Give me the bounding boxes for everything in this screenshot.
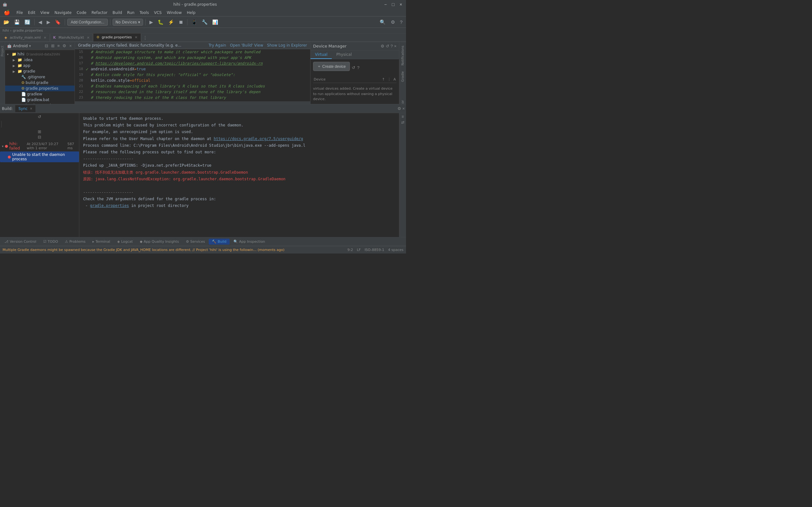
terminal-tab[interactable]: ▸ Terminal (89, 239, 113, 245)
menu-tools[interactable]: Tools (137, 10, 152, 15)
try-again-link[interactable]: Try Again (208, 43, 226, 48)
avd-btn[interactable]: 📱 (190, 18, 199, 26)
gradle-tab[interactable]: Gradle (400, 69, 405, 84)
add-configuration-button[interactable]: Add Configuration... (67, 19, 108, 26)
tab-mainactivity-kt[interactable]: K MainActivity.kt × (50, 34, 93, 41)
menu-run[interactable]: Run (125, 10, 137, 15)
expand-all-btn[interactable]: ⊞ (1, 129, 78, 134)
gradle-properties-link[interactable]: gradle.properties (90, 204, 129, 208)
menu-vcs[interactable]: VCS (151, 10, 164, 15)
close-panel-btn[interactable]: × (394, 44, 397, 49)
tab-gradle-properties[interactable]: ⚙ gradle.properties × (93, 34, 141, 42)
stop-btn[interactable]: ⏹ (177, 18, 185, 26)
show-log-link[interactable]: Show Log in Explorer (267, 43, 307, 48)
device-help-btn[interactable]: ? (357, 65, 359, 70)
menu-refactor[interactable]: Refactor (89, 10, 110, 15)
build-tab[interactable]: 🔨 Build (209, 239, 230, 245)
tree-root-hihi[interactable]: ▾ 📁 hihi D:\android-data2\hihi (5, 51, 74, 57)
charset[interactable]: ISO-8859-1 (364, 248, 384, 252)
filter-icon[interactable]: ⋮ (387, 77, 391, 81)
save-btn[interactable]: 💾 (12, 18, 21, 26)
menu-build[interactable]: Build (110, 10, 125, 15)
run-btn[interactable]: ▶ (148, 18, 155, 26)
help-device-btn[interactable]: ? (391, 44, 393, 49)
todo-tab[interactable]: ☑ TODO (40, 239, 61, 245)
app-quality-insights-tab[interactable]: ◆ App Quality Insights (137, 239, 182, 245)
profiler-btn[interactable]: 📊 (211, 18, 220, 26)
sync-tab[interactable]: Sync × (15, 105, 36, 112)
restart-build-btn[interactable]: ↺ (1, 114, 78, 119)
minimize-button[interactable]: − (383, 2, 388, 7)
services-tab[interactable]: ⚙ Services (183, 239, 208, 245)
tree-gradle-properties[interactable]: ⚙ gradle.properties (5, 86, 74, 91)
menu-view[interactable]: View (38, 10, 52, 15)
menu-edit[interactable]: Edit (26, 10, 38, 15)
more-icon[interactable]: A (393, 77, 396, 81)
breadcrumb-project[interactable]: hihi (3, 29, 9, 33)
create-device-button[interactable]: ＋ Create device (313, 62, 350, 71)
build-output[interactable]: Unable to start the daemon process. This… (79, 113, 399, 237)
side-tab-project[interactable]: Project (0, 44, 5, 58)
logcat-tab[interactable]: ◈ Logcat (114, 239, 136, 245)
help-btn[interactable]: ? (398, 18, 404, 26)
open-btn[interactable]: 📂 (2, 18, 11, 26)
settings-btn[interactable]: ⚙ (389, 18, 397, 26)
tree-gradlew-bat[interactable]: 📄 gradlew.bat (5, 97, 74, 103)
sync-btn[interactable]: 🔄 (23, 18, 32, 26)
close-bottom-btn[interactable]: × (402, 106, 405, 111)
tree-gitignore[interactable]: 🔧 .gitignore (5, 74, 74, 80)
build-error-item[interactable]: ● Unable to start the daemon process (0, 152, 79, 162)
sync-tab-close[interactable]: × (30, 107, 32, 110)
gear-icon[interactable]: ⚙ (61, 43, 67, 49)
horizontal-scrollbar[interactable] (75, 101, 310, 104)
debug-btn[interactable]: 🐛 (156, 18, 165, 26)
menu-window[interactable]: Window (164, 10, 184, 15)
maximize-button[interactable]: □ (391, 2, 396, 7)
open-build-view-link[interactable]: Open 'Build' View (230, 43, 263, 48)
menu-help[interactable]: Help (184, 10, 198, 15)
profile-btn[interactable]: ⚡ (166, 18, 176, 26)
virtual-tab[interactable]: Virtual (310, 51, 332, 59)
collapse-all-build-btn[interactable]: ⊟ (1, 135, 78, 139)
more-tabs-icon[interactable]: ⋮ (141, 35, 149, 40)
device-settings-btn[interactable]: ⚙ (380, 44, 385, 49)
indent-settings[interactable]: 4 spaces (388, 248, 404, 252)
tree-local-properties[interactable]: ⚙ local.properties (5, 103, 74, 104)
cursor-position[interactable]: 9:2 (347, 248, 353, 252)
problems-tab[interactable]: ⚠ Problems (62, 239, 89, 245)
app-inspection-tab[interactable]: 🔍 App Inspection (230, 239, 268, 245)
tree-idea[interactable]: ▶ 📁 .idea (5, 57, 74, 63)
filter-output-btn[interactable]: ⚙ (397, 106, 401, 111)
tree-gradle[interactable]: ▶ 📁 gradle (5, 68, 74, 74)
version-control-tab[interactable]: ⎇ Version Control (1, 239, 39, 245)
emulator-tab[interactable]: Emulator (400, 98, 405, 104)
menu-file[interactable]: File (14, 10, 26, 15)
tree-gradlew[interactable]: 📄 gradlew (5, 91, 74, 97)
sdk-btn[interactable]: 🔧 (200, 18, 209, 26)
menu-code[interactable]: Code (74, 10, 89, 15)
bookmark-btn[interactable]: 🔖 (53, 18, 62, 26)
tab-close-icon[interactable]: × (135, 35, 137, 39)
menu-navigate[interactable]: Navigate (52, 10, 74, 15)
forward-btn[interactable]: ▶ (45, 18, 52, 26)
collapse-all-btn[interactable]: ⊟ (44, 43, 49, 49)
apple-menu[interactable]: 🍎 (1, 9, 13, 16)
filter-btn[interactable]: ≡ (56, 43, 61, 49)
physical-tab[interactable]: Physical (332, 51, 356, 59)
tab-close-icon[interactable]: × (44, 36, 46, 40)
gradle-docs-link[interactable]: https://docs.gradle.org/7.5/userguide/g (214, 136, 303, 141)
wrap-btn[interactable]: ⇄ (401, 120, 404, 124)
sort-btn[interactable]: ⊞ (50, 43, 55, 49)
code-editor[interactable]: 15 # AndroidX package structure to make … (75, 49, 310, 101)
close-panel-btn[interactable]: × (68, 43, 72, 49)
tab-close-icon[interactable]: × (87, 36, 90, 40)
refresh-btn[interactable]: ↺ (386, 44, 389, 49)
refresh-devices-btn[interactable]: ↺ (352, 65, 355, 70)
breadcrumb-file[interactable]: gradle.properties (13, 29, 43, 33)
line-endings[interactable]: LF (357, 248, 361, 252)
device-selector[interactable]: No Devices ▾ (113, 19, 143, 26)
tree-app[interactable]: ▶ 📁 app (5, 63, 74, 68)
sort-icon[interactable]: ↑ (382, 77, 385, 81)
close-button[interactable]: × (398, 2, 403, 7)
notifications-tab[interactable]: Notifications (400, 43, 405, 68)
